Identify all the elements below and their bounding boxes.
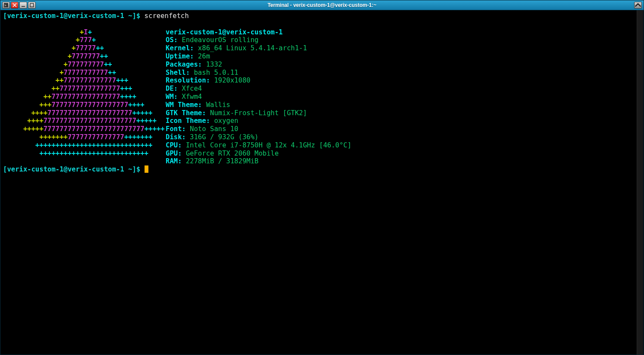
terminal-icon: > <box>4 3 8 7</box>
info-value: Wallis <box>202 101 231 109</box>
logo-line: +77777++ <box>3 44 166 52</box>
svg-text:>: > <box>4 3 6 7</box>
svg-rect-5 <box>30 3 34 7</box>
info-row: Packages: 1332 <box>166 61 641 69</box>
prompt-userhost: verix-custom-1@verix-custom-1 <box>7 12 124 20</box>
info-value: x86_64 Linux 5.4.14-arch1-1 <box>194 44 307 52</box>
info-label: OS: <box>166 36 178 44</box>
info-value: bash 5.0.11 <box>190 69 238 77</box>
window-title: Terminal - verix-custom-1@verix-custom-1… <box>0 2 644 8</box>
info-row: DE: Xfce4 <box>166 85 641 93</box>
info-row: Kernel: x86_64 Linux 5.4.14-arch1-1 <box>166 44 641 52</box>
prompt-bracket: [ <box>3 12 7 20</box>
maximize-button[interactable] <box>28 2 36 9</box>
info-label: GPU: <box>166 150 182 157</box>
info-label: Kernel: <box>166 44 194 52</box>
cursor <box>145 165 148 173</box>
prompt-userhost: verix-custom-1@verix-custom-1 <box>7 165 124 173</box>
info-label: Resolution: <box>166 77 210 84</box>
logo-line: +7777777++ <box>3 52 166 61</box>
system-info: verix-custom-1@verix-custom-1 OS: Endeav… <box>166 28 641 166</box>
ascii-logo: +I+ +777+ +77777++ +7777777++ +777777777… <box>3 28 166 166</box>
logo-line: +++++++++++++++++++++++++++++ <box>3 141 166 150</box>
info-row: OS: EndeavourOS rolling <box>166 36 641 44</box>
logo-line: ++77777777777777777++++ <box>3 93 166 101</box>
info-value: EndeavourOS rolling <box>178 36 259 44</box>
prompt-path: ~ <box>124 12 132 20</box>
info-row: Disk: 316G / 932G (36%) <box>166 133 641 141</box>
info-row: GTK Theme: Numix-Frost-Light [GTK2] <box>166 109 641 117</box>
info-row: Resolution: 1920x1080 <box>166 77 641 85</box>
info-label: Shell: <box>166 69 190 77</box>
scrollbar[interactable] <box>637 10 643 355</box>
prompt-line-2: [verix-custom-1@verix-custom-1 ~]$ <box>3 165 641 174</box>
close-button[interactable] <box>11 2 18 9</box>
terminal-window: > Terminal - verix-custom-1@verix-custom… <box>0 0 644 355</box>
info-label: CPU: <box>166 141 182 149</box>
info-value: Xfce4 <box>178 85 202 92</box>
command-text: screenfetch <box>145 12 189 20</box>
prompt-close: ]$ <box>132 12 144 20</box>
info-value: GeForce RTX 2060 Mobile <box>182 150 279 157</box>
prompt-close: ]$ <box>132 165 144 173</box>
info-value: Intel Core i7-8750H @ 12x 4.1GHz [46.0°C… <box>182 141 351 149</box>
logo-line: +++7777777777777777777++++ <box>3 101 166 109</box>
sf-header: verix-custom-1@verix-custom-1 <box>166 28 283 36</box>
info-label: WM: <box>166 93 178 101</box>
info-label: DE: <box>166 85 178 92</box>
prompt-path: ~ <box>124 165 132 173</box>
terminal-area[interactable]: [verix-custom-1@verix-custom-1 ~]$ scree… <box>0 10 644 355</box>
info-row: RAM: 2278MiB / 31829MiB <box>166 157 641 165</box>
titlebar[interactable]: > Terminal - verix-custom-1@verix-custom… <box>0 0 644 10</box>
minimize-icon <box>21 3 25 7</box>
maximize-icon <box>30 3 34 7</box>
info-value: 26m <box>194 52 210 60</box>
logo-line: +I+ <box>3 28 166 37</box>
chevron-up-icon <box>635 2 641 9</box>
window-controls: > <box>0 1 37 9</box>
info-value: Noto Sans 10 <box>186 125 238 133</box>
info-value: oxygen <box>210 117 238 125</box>
logo-line: +++++++++++++++++++++++++++ <box>3 150 166 158</box>
logo-line: +777+ <box>3 36 166 44</box>
app-menu-button[interactable]: > <box>2 2 10 9</box>
prompt-bracket: [ <box>3 165 7 173</box>
info-row: Icon Theme: oxygen <box>166 117 641 125</box>
info-row: WM: Xfwm4 <box>166 93 641 101</box>
shade-button[interactable] <box>634 2 642 9</box>
logo-line: +77777777777++ <box>3 69 166 77</box>
info-value: Numix-Frost-Light [GTK2] <box>206 109 307 117</box>
info-label: Icon Theme: <box>166 117 210 125</box>
info-label: RAM: <box>166 157 182 165</box>
info-label: GTK Theme: <box>166 109 206 117</box>
info-label: Disk: <box>166 133 186 141</box>
info-label: WM Theme: <box>166 101 202 109</box>
info-row: WM Theme: Wallis <box>166 101 641 109</box>
info-label: Packages: <box>166 61 202 68</box>
info-label: Uptime: <box>166 52 194 60</box>
info-row: Shell: bash 5.0.11 <box>166 69 641 77</box>
info-value: Xfwm4 <box>178 93 202 101</box>
info-row: Font: Noto Sans 10 <box>166 125 641 133</box>
logo-line: +777777777++ <box>3 61 166 69</box>
info-value: 1332 <box>202 61 222 68</box>
minimize-button[interactable] <box>19 2 27 9</box>
logo-line: ++++777777777777777777777+++++ <box>3 109 166 117</box>
logo-line: +++++++77777777777777+++++++ <box>3 133 166 141</box>
info-label: Font: <box>166 125 186 133</box>
info-value: 2278MiB / 31829MiB <box>182 157 259 165</box>
screenfetch-output: +I+ +777+ +77777++ +7777777++ +777777777… <box>3 28 641 166</box>
blank-line <box>3 20 641 28</box>
logo-line: ++++77777777777777777777777+++++ <box>3 117 166 125</box>
logo-line: ++7777777777777+++ <box>3 77 166 85</box>
info-row: GPU: GeForce RTX 2060 Mobile <box>166 150 641 158</box>
close-icon <box>12 3 17 7</box>
info-value: 1920x1080 <box>210 77 250 84</box>
info-row: Uptime: 26m <box>166 52 641 61</box>
info-row: CPU: Intel Core i7-8750H @ 12x 4.1GHz [4… <box>166 141 641 150</box>
logo-line: +++++7777777777777777777777777+++++ <box>3 125 166 133</box>
prompt-line-1: [verix-custom-1@verix-custom-1 ~]$ scree… <box>3 12 641 20</box>
logo-line: ++777777777777777+++ <box>3 85 166 93</box>
info-value: 316G / 932G (36%) <box>186 133 259 141</box>
